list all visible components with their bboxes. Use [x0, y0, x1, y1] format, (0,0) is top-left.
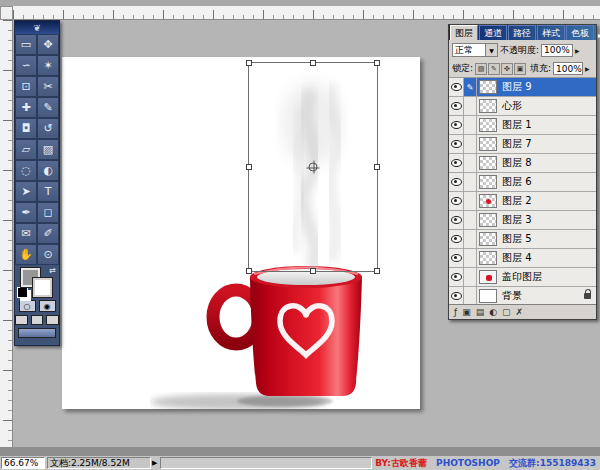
brush-tool[interactable]: ✎	[37, 97, 59, 118]
layer-row[interactable]: 图层 5	[449, 230, 596, 249]
layer-thumbnail[interactable]	[479, 156, 497, 170]
lock-transparency-icon[interactable]: ▨	[475, 63, 487, 75]
layer-visibility-toggle[interactable]	[449, 192, 464, 210]
layer-row[interactable]: 图层 2	[449, 192, 596, 211]
delete-layer-button[interactable]: ✗	[516, 306, 524, 318]
layer-visibility-toggle[interactable]	[449, 173, 464, 191]
tab-样式[interactable]: 样式	[537, 25, 565, 40]
notes-tool[interactable]: ✉	[15, 223, 37, 244]
shape-tool[interactable]: ◻	[37, 202, 59, 223]
transform-handle-top-center[interactable]	[310, 60, 316, 66]
new-group-button[interactable]: ▤	[476, 306, 485, 318]
transform-handle-bottom-left[interactable]	[246, 268, 252, 274]
tab-通道[interactable]: 通道	[479, 25, 507, 40]
layer-visibility-toggle[interactable]	[449, 249, 464, 267]
add-layer-style-button[interactable]: ƒ	[454, 306, 457, 318]
layer-thumbnail[interactable]	[479, 213, 497, 227]
eyedropper-tool[interactable]: ✐	[37, 223, 59, 244]
document-info-menu-icon[interactable]: ▶	[152, 459, 157, 467]
transform-handle-bottom-center[interactable]	[310, 268, 316, 274]
layer-visibility-toggle[interactable]	[449, 78, 464, 96]
healing-brush-tool[interactable]: ✚	[15, 97, 37, 118]
layer-visibility-toggle[interactable]	[449, 268, 464, 286]
lock-position-icon[interactable]: ✜	[501, 63, 513, 75]
new-adjustment-layer-button[interactable]: ◐	[489, 306, 497, 318]
pen-tool[interactable]: ✒	[15, 202, 37, 223]
tab-图层[interactable]: 图层	[450, 25, 478, 40]
standard-mode-button[interactable]: ○	[19, 300, 36, 312]
transform-handle-middle-left[interactable]	[246, 164, 252, 170]
layer-thumbnail[interactable]	[479, 137, 497, 151]
hand-tool[interactable]: ✋	[15, 244, 37, 265]
layer-row[interactable]: 图层 4	[449, 249, 596, 268]
standard-screen-mode-button[interactable]	[15, 315, 28, 325]
crop-tool[interactable]: ⊡	[15, 76, 37, 97]
transform-bounding-box[interactable]	[248, 62, 378, 272]
opacity-input[interactable]: 100%	[541, 44, 573, 57]
lasso-tool[interactable]: ∽	[15, 55, 37, 76]
layer-thumbnail[interactable]	[479, 118, 497, 132]
transform-handle-top-right[interactable]	[374, 60, 380, 66]
chevron-down-icon[interactable]: ▼	[485, 44, 497, 56]
new-layer-button[interactable]: ▢	[502, 306, 511, 318]
tab-路径[interactable]: 路径	[508, 25, 536, 40]
layer-row[interactable]: 盖印图层	[449, 268, 596, 287]
layer-thumbnail[interactable]	[479, 289, 497, 303]
background-color-swatch[interactable]	[33, 278, 52, 297]
layer-visibility-toggle[interactable]	[449, 211, 464, 229]
full-screen-menubar-mode-button[interactable]	[31, 315, 44, 325]
blend-mode-dropdown[interactable]: 正常 ▼	[452, 43, 498, 57]
quick-mask-mode-button[interactable]: ◉	[39, 300, 56, 312]
tab-色板[interactable]: 色板	[566, 25, 594, 40]
move-tool[interactable]: ✥	[37, 34, 59, 55]
rect-marquee-tool[interactable]: ▭	[15, 34, 37, 55]
layer-thumbnail[interactable]	[479, 194, 497, 208]
layer-row[interactable]: 心形	[449, 97, 596, 116]
layer-row[interactable]: 图层 7	[449, 135, 596, 154]
layer-row[interactable]: 图层 3	[449, 211, 596, 230]
gradient-tool[interactable]: ▨	[37, 139, 59, 160]
magic-wand-tool[interactable]: ✶	[37, 55, 59, 76]
swap-colors-icon[interactable]: ⇄	[49, 266, 56, 275]
transform-handle-bottom-right[interactable]	[374, 268, 380, 274]
layer-thumbnail[interactable]	[479, 99, 497, 113]
slice-tool[interactable]: ✂	[37, 76, 59, 97]
path-select-tool[interactable]: ➤	[15, 181, 37, 202]
transform-handle-middle-right[interactable]	[374, 164, 380, 170]
full-screen-mode-button[interactable]	[46, 315, 59, 325]
lock-all-icon[interactable]: ▣	[514, 63, 526, 75]
layer-visibility-toggle[interactable]	[449, 230, 464, 248]
default-colors-icon[interactable]	[17, 287, 28, 298]
panel-menu-icon[interactable]: ▸	[595, 31, 600, 40]
layer-row[interactable]: 图层 6	[449, 173, 596, 192]
transform-reference-point[interactable]	[309, 163, 318, 172]
opacity-spinner-icon[interactable]: ▶	[575, 47, 580, 54]
transform-handle-top-left[interactable]	[246, 60, 252, 66]
vertical-ruler[interactable]	[0, 20, 13, 447]
layer-thumbnail[interactable]	[479, 80, 497, 94]
zoom-level-field[interactable]: 66.67%	[1, 457, 45, 469]
dodge-tool[interactable]: ◐	[37, 160, 59, 181]
layer-row[interactable]: ✎图层 9	[449, 78, 596, 97]
type-tool[interactable]: T	[37, 181, 59, 202]
imageready-button[interactable]	[18, 328, 56, 338]
horizontal-ruler[interactable]	[13, 6, 600, 20]
layer-thumbnail[interactable]	[479, 270, 497, 284]
layer-row[interactable]: 图层 1	[449, 116, 596, 135]
layer-visibility-toggle[interactable]	[449, 116, 464, 134]
blur-tool[interactable]: ◌	[15, 160, 37, 181]
fill-input[interactable]: 100%	[553, 62, 583, 75]
toolbar-header[interactable]: ❦	[15, 21, 59, 34]
zoom-tool[interactable]: ⊙	[37, 244, 59, 265]
layer-visibility-toggle[interactable]	[449, 135, 464, 153]
layer-thumbnail[interactable]	[479, 251, 497, 265]
layer-row[interactable]: 背景	[449, 287, 596, 304]
layer-visibility-toggle[interactable]	[449, 287, 464, 304]
fill-spinner-icon[interactable]: ▶	[585, 65, 590, 72]
history-brush-tool[interactable]: ↺	[37, 118, 59, 139]
lock-pixels-icon[interactable]: ✎	[488, 63, 500, 75]
layer-thumbnail[interactable]	[479, 175, 497, 189]
layer-visibility-toggle[interactable]	[449, 97, 464, 115]
layer-thumbnail[interactable]	[479, 232, 497, 246]
layer-row[interactable]: 图层 8	[449, 154, 596, 173]
